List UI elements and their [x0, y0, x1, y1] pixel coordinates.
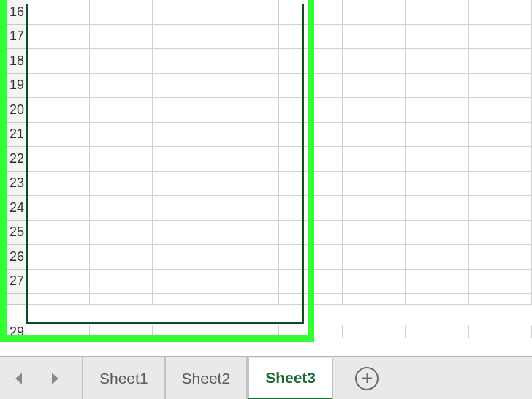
cell[interactable]	[469, 147, 533, 172]
row-header[interactable]: 18	[0, 49, 26, 74]
cell[interactable]	[469, 0, 533, 25]
cell[interactable]	[343, 270, 406, 294]
cell[interactable]	[216, 196, 280, 221]
cell[interactable]	[343, 74, 406, 99]
cell[interactable]	[469, 196, 533, 221]
cell[interactable]	[153, 49, 216, 74]
cell[interactable]	[279, 196, 343, 221]
cell[interactable]	[153, 98, 216, 123]
row-header[interactable]: 20	[0, 98, 26, 123]
row-header[interactable]: 23	[0, 172, 26, 197]
row-header[interactable]: 22	[0, 147, 26, 172]
cell[interactable]	[406, 25, 469, 50]
cell[interactable]	[153, 74, 216, 99]
cell[interactable]	[26, 123, 90, 148]
cell[interactable]	[406, 172, 469, 197]
cell[interactable]	[343, 49, 406, 74]
cell[interactable]	[216, 221, 280, 246]
cell[interactable]	[26, 25, 90, 50]
cell[interactable]	[26, 245, 90, 270]
cell[interactable]	[90, 25, 153, 50]
nav-next-button[interactable]	[37, 357, 73, 399]
cell[interactable]	[469, 245, 533, 270]
cell[interactable]	[279, 123, 343, 148]
cell[interactable]	[343, 123, 406, 148]
cell[interactable]	[406, 325, 469, 338]
cell[interactable]	[216, 270, 280, 294]
cell[interactable]	[26, 196, 90, 221]
cell[interactable]	[279, 0, 343, 25]
cell[interactable]	[90, 294, 153, 305]
cell[interactable]	[279, 325, 343, 338]
cell[interactable]	[406, 74, 469, 99]
cell[interactable]	[469, 98, 533, 123]
cell[interactable]	[153, 325, 216, 338]
cell[interactable]	[90, 49, 153, 74]
cell[interactable]	[90, 147, 153, 172]
cell[interactable]	[279, 25, 343, 50]
cell[interactable]	[216, 74, 280, 99]
cell[interactable]	[216, 49, 280, 74]
cell[interactable]	[90, 123, 153, 148]
cell[interactable]	[406, 147, 469, 172]
cell[interactable]	[216, 0, 280, 25]
cell[interactable]	[343, 294, 406, 305]
tab-sheet2[interactable]: Sheet2	[166, 357, 248, 399]
row-header[interactable]: 25	[0, 221, 26, 246]
cell[interactable]	[26, 0, 90, 25]
cell[interactable]	[90, 98, 153, 123]
cell[interactable]	[90, 270, 153, 294]
cell[interactable]	[216, 245, 280, 270]
cell[interactable]	[153, 270, 216, 294]
cell[interactable]	[406, 245, 469, 270]
tab-sheet3[interactable]: Sheet3	[248, 358, 333, 399]
cell[interactable]	[279, 74, 343, 99]
cell[interactable]	[90, 172, 153, 197]
add-sheet-button[interactable]	[341, 357, 393, 399]
cell[interactable]	[216, 147, 280, 172]
row-header[interactable]: 27	[0, 270, 26, 294]
cell[interactable]	[153, 294, 216, 305]
cell[interactable]	[279, 172, 343, 197]
cell[interactable]	[343, 98, 406, 123]
cell[interactable]	[469, 172, 533, 197]
cell[interactable]	[153, 196, 216, 221]
cell[interactable]	[26, 325, 90, 338]
cell[interactable]	[279, 98, 343, 123]
cell[interactable]	[90, 196, 153, 221]
row-header[interactable]: 16	[0, 0, 26, 25]
cell[interactable]	[343, 147, 406, 172]
cell[interactable]	[279, 245, 343, 270]
cell[interactable]	[279, 147, 343, 172]
cell[interactable]	[26, 98, 90, 123]
cell[interactable]	[216, 25, 280, 50]
cell[interactable]	[469, 123, 533, 148]
row-header[interactable]: 26	[0, 245, 26, 270]
cell[interactable]	[343, 221, 406, 246]
cell[interactable]	[90, 221, 153, 246]
cell[interactable]	[343, 25, 406, 50]
cell[interactable]	[279, 221, 343, 246]
row-header[interactable]: 19	[0, 74, 26, 99]
cell[interactable]	[153, 147, 216, 172]
cell[interactable]	[90, 0, 153, 25]
cell[interactable]	[26, 49, 90, 74]
row-header[interactable]: 29	[0, 325, 26, 338]
cells-region[interactable]	[26, 0, 532, 356]
cell[interactable]	[216, 325, 280, 338]
cell[interactable]	[343, 196, 406, 221]
cell[interactable]	[153, 123, 216, 148]
cell[interactable]	[216, 172, 280, 197]
cell[interactable]	[153, 0, 216, 25]
cell[interactable]	[90, 325, 153, 338]
cell[interactable]	[343, 172, 406, 197]
row-header[interactable]: 21	[0, 123, 26, 148]
cell[interactable]	[343, 325, 406, 338]
cell[interactable]	[469, 325, 533, 338]
cell[interactable]	[26, 74, 90, 99]
cell[interactable]	[153, 172, 216, 197]
cell[interactable]	[406, 196, 469, 221]
cell[interactable]	[26, 147, 90, 172]
cell[interactable]	[279, 270, 343, 294]
cell[interactable]	[469, 49, 533, 74]
